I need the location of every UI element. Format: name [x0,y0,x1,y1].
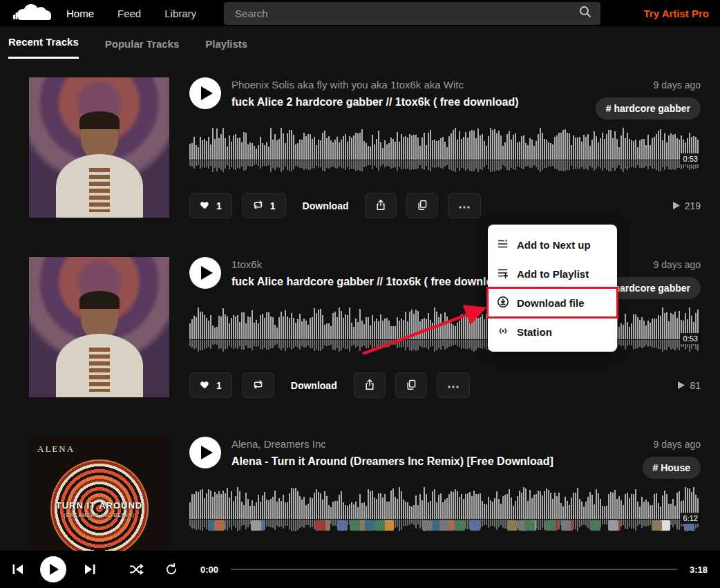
artwork-title: TURN IT AROUND [48,500,151,511]
copy-link-button[interactable] [395,372,427,398]
track-body: Phoenix Solis aka fly with you aka 1tox6… [189,77,701,218]
waveform[interactable]: 0:53 [189,128,701,176]
artwork-subtitle: (DREAMERS INC REMIX) [48,513,151,518]
total-time: 3:18 [690,565,708,575]
menu-item-download-file[interactable]: Download file [488,288,617,317]
nav-home[interactable]: Home [66,8,94,19]
artwork-figure-hair [79,111,120,129]
station-icon [497,325,509,339]
elapsed-time: 0:00 [200,565,218,575]
more-icon [447,380,460,391]
primary-nav: Home Feed Library [66,8,196,19]
heart-icon [200,200,210,211]
repeat-button[interactable] [164,562,178,576]
track-title[interactable]: fuck Alice 2 hardcore gabber // 1tox6k (… [231,96,587,108]
track-title[interactable]: Alena - Turn it Around (Dreamers Inc Rem… [231,455,634,468]
repost-button[interactable]: 1 [242,193,286,218]
waveform[interactable]: 0:53 [189,307,701,356]
play-button[interactable] [189,77,221,109]
repost-icon [252,200,264,212]
artwork-figure-hair [79,291,120,309]
next-icon [83,563,97,576]
copy-icon [406,379,417,392]
track-body: 1tox6k fuck Alice hardcore gabber // 1to… [189,257,701,398]
menu-item-label: Station [517,326,552,338]
like-button[interactable]: 1 [189,193,232,218]
share-button[interactable] [354,372,386,398]
comment-avatars[interactable] [189,487,701,535]
shuffle-icon [129,563,144,576]
play-count: 81 [678,380,701,391]
download-button[interactable]: Download [296,200,356,211]
share-button[interactable] [365,193,397,218]
duration-chip: 0:53 [681,153,701,164]
track-artist[interactable]: Alena, Dreamers Inc [231,438,634,450]
repeat-icon [164,562,178,576]
track-actions: 1 Download [189,372,701,398]
waveform[interactable]: 6:12 [189,487,701,535]
track-meta: Phoenix Solis aka fly with you aka 1tox6… [231,77,587,120]
cloud-logo-icon [12,2,55,24]
repost-button[interactable] [242,372,274,398]
previous-icon [11,563,25,576]
menu-item-label: Add to Next up [517,239,591,251]
menu-item-add-to-next-up[interactable]: Add to Next up [488,230,617,259]
track-artwork[interactable] [29,77,169,218]
shuffle-button[interactable] [129,563,144,576]
time-ago: 9 days ago [654,259,701,270]
top-bar: Home Feed Library Try Artist Pro [0,0,720,26]
play-button[interactable] [189,437,221,468]
tab-playlists[interactable]: Playlists [205,38,247,59]
download-button[interactable]: Download [284,380,344,391]
artwork-title-block: TURN IT AROUND (DREAMERS INC REMIX) [48,500,151,518]
nav-feed[interactable]: Feed [117,8,141,19]
like-count: 1 [216,380,222,391]
genre-tag[interactable]: # hardcore gabber [596,97,701,120]
tab-recent-tracks[interactable]: Recent Tracks [8,36,79,59]
add-to-playlist-icon [497,267,509,281]
genre-tag[interactable]: # House [643,457,701,479]
like-button[interactable]: 1 [189,372,232,398]
previous-track-button[interactable] [11,563,25,576]
seek-bar[interactable] [231,569,677,570]
download-circle-icon [497,296,509,310]
track-artist[interactable]: Phoenix Solis aka fly with you aka 1tox6… [231,79,587,91]
waveform-bars [189,128,701,176]
search-input[interactable] [234,7,578,20]
time-ago: 9 days ago [654,439,701,450]
play-button[interactable] [189,257,221,289]
copy-link-button[interactable] [406,193,438,218]
play-icon [201,86,213,100]
copy-icon [417,199,428,213]
track-header-right: 9 days ago # House [643,437,701,479]
soundcloud-app: Home Feed Library Try Artist Pro Recent … [0,0,720,588]
duration-chip: 6:12 [681,513,701,524]
player-play-icon [50,564,59,575]
search-icon[interactable] [578,5,592,21]
artwork-figure-stripe [89,348,110,392]
artwork-figure-stripe [89,168,110,212]
more-button[interactable] [448,193,481,218]
add-to-next-up-icon [497,238,509,252]
play-icon [201,266,213,280]
menu-item-label: Add to Playlist [517,268,589,280]
next-track-button[interactable] [83,563,97,576]
tab-popular-tracks[interactable]: Popular Tracks [105,38,180,59]
nav-library[interactable]: Library [164,8,196,19]
duration-chip: 0:53 [681,333,701,344]
player-bar: 0:00 3:18 [0,551,720,588]
soundcloud-logo[interactable] [0,2,66,24]
track-actions: 1 1 Download [189,193,701,218]
menu-item-add-to-playlist[interactable]: Add to Playlist [488,259,617,288]
menu-item-label: Download file [517,297,585,309]
more-button[interactable] [437,372,470,398]
player-play-button[interactable] [40,556,66,582]
small-play-icon [678,381,685,389]
track-header-right: 9 days ago # hardcore gabber [596,77,701,120]
time-ago: 9 days ago [654,79,701,91]
small-play-icon [673,202,680,209]
track-artwork[interactable] [29,257,169,397]
try-artist-pro-link[interactable]: Try Artist Pro [644,8,709,19]
track-meta: Alena, Dreamers Inc Alena - Turn it Arou… [231,437,634,479]
menu-item-station[interactable]: Station [488,317,617,346]
